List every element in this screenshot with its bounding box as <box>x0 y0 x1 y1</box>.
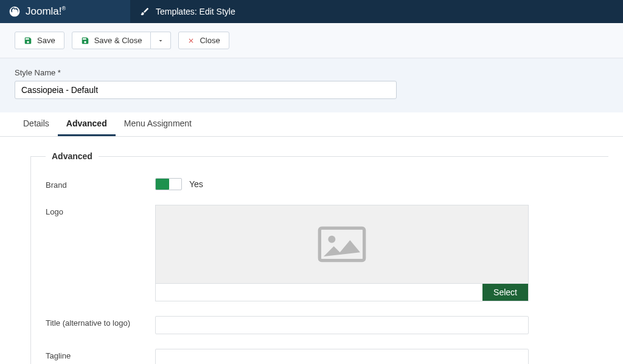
save-button[interactable]: Save <box>15 32 64 49</box>
tab-advanced[interactable]: Advanced <box>58 112 116 136</box>
save-icon <box>81 36 89 45</box>
tab-menu-assignment[interactable]: Menu Assignment <box>116 112 200 136</box>
toolbar: Save Save & Close Close <box>0 23 623 58</box>
style-name-input[interactable] <box>15 81 397 99</box>
tabs: Details Advanced Menu Assignment <box>0 112 623 137</box>
fieldset-legend: Advanced <box>46 151 99 161</box>
save-dropdown-button[interactable] <box>151 32 171 49</box>
brand-text: Joomla!® <box>26 5 66 18</box>
content: Advanced Brand Yes Logo <box>0 137 623 364</box>
tagline-row: Tagline <box>46 349 608 364</box>
save-icon <box>24 36 32 45</box>
logo-select-row: Select <box>155 284 529 301</box>
logo-control: Select <box>155 205 608 301</box>
title-row: Title (alternative to logo) <box>46 316 608 334</box>
chevron-down-icon <box>157 37 164 44</box>
title-input[interactable] <box>155 316 529 334</box>
save-close-button[interactable]: Save & Close <box>72 32 151 49</box>
brand-control: Yes <box>155 178 608 190</box>
title-section: Templates: Edit Style <box>130 0 623 23</box>
brush-icon <box>140 7 150 16</box>
tagline-label: Tagline <box>46 349 155 360</box>
save-button-label: Save <box>37 36 55 45</box>
logo-media-box[interactable] <box>155 205 529 284</box>
close-button[interactable]: Close <box>178 32 229 49</box>
brand-section: Joomla!® <box>0 0 130 23</box>
save-close-group: Save & Close <box>72 32 172 49</box>
logo-select-button[interactable]: Select <box>482 284 528 301</box>
logo-label: Logo <box>46 205 155 216</box>
brand-toggle-text: Yes <box>189 179 203 189</box>
close-button-label: Close <box>200 36 220 45</box>
logo-row: Logo Select <box>46 205 608 301</box>
svg-point-1 <box>328 236 335 243</box>
brand-label: Brand <box>46 178 155 190</box>
save-close-button-label: Save & Close <box>94 36 142 45</box>
top-bar: Joomla!® Templates: Edit Style <box>0 0 623 23</box>
form-area: Style Name * <box>0 58 623 112</box>
close-icon <box>187 37 195 44</box>
toggle-knob <box>156 179 169 190</box>
title-label: Title (alternative to logo) <box>46 316 155 328</box>
page-title: Templates: Edit Style <box>156 7 235 16</box>
tab-details[interactable]: Details <box>15 112 58 136</box>
logo-path-input[interactable] <box>156 284 482 301</box>
style-name-label: Style Name * <box>15 68 608 77</box>
advanced-fieldset: Advanced Brand Yes Logo <box>30 151 608 364</box>
brand-row: Brand Yes <box>46 178 608 190</box>
image-placeholder-icon <box>318 226 366 263</box>
title-control <box>155 316 608 334</box>
brand-toggle[interactable] <box>155 178 182 190</box>
tagline-control <box>155 349 608 364</box>
tagline-input[interactable] <box>155 349 529 364</box>
joomla-logo-icon <box>9 5 21 18</box>
